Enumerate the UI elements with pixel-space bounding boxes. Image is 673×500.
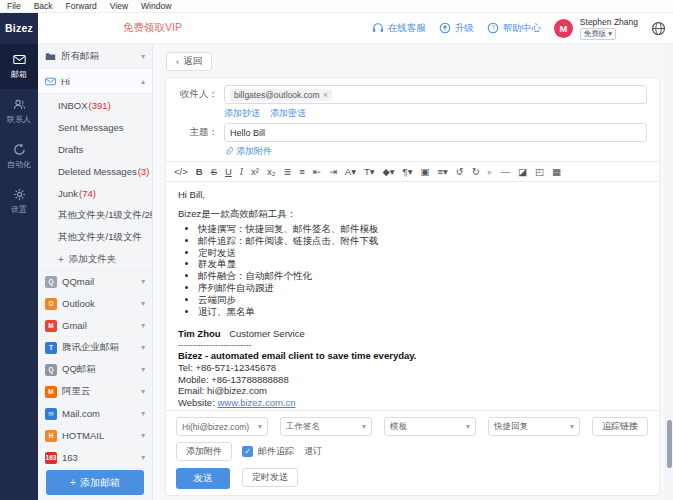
ordered-list-icon[interactable]: ≡ bbox=[299, 166, 305, 177]
italic-icon[interactable]: I bbox=[240, 167, 243, 177]
rail-item-settings[interactable]: 设置 bbox=[0, 179, 38, 224]
from-account-select[interactable]: Hi(hi@bizez.com) ▾ bbox=[176, 417, 268, 436]
chevron-down-icon[interactable]: ▾ bbox=[141, 453, 145, 462]
font-size-icon[interactable]: T▾ bbox=[364, 166, 375, 177]
account-item[interactable]: T 腾讯企业邮箱 ▾ bbox=[38, 337, 152, 359]
account-item[interactable]: ✉ Mail.com ▾ bbox=[38, 403, 152, 425]
chevron-down-icon[interactable]: ▾ bbox=[141, 387, 145, 396]
folder-item[interactable]: INBOX(391) bbox=[38, 94, 152, 116]
email-body-editor[interactable]: Hi Bill, Bizez是一款高效邮箱工具： 快捷撰写：快捷回复、邮件签名、… bbox=[166, 182, 659, 410]
account-hi[interactable]: Hi ▴ bbox=[38, 69, 152, 94]
chevron-up-icon[interactable]: ▴ bbox=[141, 77, 145, 86]
signature-select[interactable]: 工作签名 ▾ bbox=[280, 417, 372, 436]
remove-recipient-icon[interactable]: × bbox=[323, 90, 328, 100]
vertical-scrollbar[interactable] bbox=[665, 44, 673, 500]
subject-input[interactable] bbox=[224, 123, 647, 142]
add-attachment-button[interactable]: 添加附件 bbox=[176, 442, 232, 461]
add-folder-button[interactable]: + 添加文件夹 bbox=[38, 248, 152, 271]
unordered-list-icon[interactable]: ≣ bbox=[283, 166, 291, 177]
account-item[interactable]: Q QQmail ▾ bbox=[38, 271, 152, 293]
quick-reply-select[interactable]: 快捷回复 ▾ bbox=[488, 417, 580, 436]
template-select[interactable]: 模板 ▾ bbox=[384, 417, 476, 436]
fullscreen-icon[interactable]: ◰ bbox=[535, 166, 544, 177]
folder-item[interactable]: Drafts bbox=[38, 138, 152, 160]
chevron-down-icon[interactable]: ▾ bbox=[141, 321, 145, 330]
free-vip-link[interactable]: 免费领取VIP bbox=[123, 21, 182, 35]
chevron-down-icon[interactable]: ▾ bbox=[141, 343, 145, 352]
font-color-icon[interactable]: A▾ bbox=[345, 166, 356, 177]
account-item[interactable]: H HOTMAIL ▾ bbox=[38, 425, 152, 447]
add-mailbox-button[interactable]: + 添加邮箱 bbox=[46, 470, 144, 495]
underline-icon[interactable]: U bbox=[225, 166, 232, 177]
undo-icon[interactable]: ↺ bbox=[456, 166, 464, 177]
language-globe-button[interactable] bbox=[651, 21, 666, 36]
account-item[interactable]: M Gmail ▾ bbox=[38, 315, 152, 337]
chevron-down-icon: ▾ bbox=[570, 422, 574, 431]
avatar[interactable]: M bbox=[554, 19, 573, 38]
rail-item-automation[interactable]: 自动化 bbox=[0, 134, 38, 179]
indent-icon[interactable]: ⇥ bbox=[329, 166, 337, 177]
unsubscribe-option[interactable]: 退订 bbox=[304, 445, 322, 458]
menu-item[interactable]: View bbox=[110, 1, 128, 11]
recipient-chip[interactable]: billgates@outlook.com × bbox=[230, 89, 332, 101]
chevron-down-icon[interactable]: ▾ bbox=[141, 52, 145, 61]
folder-item[interactable]: 其他文件夹/1级文件/2级... bbox=[38, 204, 152, 226]
play-icon[interactable]: ▸ bbox=[488, 166, 493, 177]
rail-item-mail[interactable]: 邮箱 bbox=[0, 44, 38, 89]
signature-mobile: Mobile: +86-13788888888 bbox=[178, 374, 647, 386]
bold-icon[interactable]: B bbox=[196, 166, 203, 177]
add-attachment-link[interactable]: 添加附件 bbox=[224, 145, 272, 158]
superscript-icon[interactable]: x² bbox=[251, 166, 259, 177]
scrollbar-thumb[interactable] bbox=[667, 420, 672, 468]
account-item[interactable]: O Outlook ▾ bbox=[38, 293, 152, 315]
table-icon[interactable]: ▦ bbox=[552, 166, 561, 177]
account-item[interactable]: 163 163 ▾ bbox=[38, 447, 152, 469]
paragraph-icon[interactable]: ¶▾ bbox=[403, 166, 413, 177]
tencent-exmail-icon: T bbox=[45, 342, 57, 354]
chevron-down-icon[interactable]: ▾ bbox=[141, 299, 145, 308]
add-bcc-link[interactable]: 添加密送 bbox=[270, 107, 306, 120]
online-service-button[interactable]: 在线客服 bbox=[372, 22, 426, 35]
outdent-icon[interactable]: ⇤ bbox=[313, 166, 321, 177]
chevron-down-icon[interactable]: ▾ bbox=[141, 431, 145, 440]
plan-badge[interactable]: 免费版▾ bbox=[580, 28, 616, 40]
subscript-icon[interactable]: x₂ bbox=[267, 166, 275, 177]
menu-item[interactable]: File bbox=[7, 1, 21, 11]
insert-image-icon[interactable]: ▣ bbox=[420, 166, 429, 177]
user-block[interactable]: Stephen Zhang 免费版▾ bbox=[580, 17, 638, 40]
plan-label: 免费版 bbox=[584, 29, 607, 39]
track-link-button[interactable]: 追踪链接 bbox=[592, 417, 648, 436]
back-button[interactable]: ‹ 返回 bbox=[166, 52, 212, 71]
all-mailboxes-selector[interactable]: 所有邮箱 ▾ bbox=[38, 44, 152, 69]
email-tracking-checkbox[interactable]: ✓ bbox=[242, 446, 253, 457]
send-button[interactable]: 发送 bbox=[176, 468, 230, 489]
horizontal-rule-icon[interactable]: — bbox=[501, 166, 511, 177]
menu-item[interactable]: Forward bbox=[66, 1, 97, 11]
strikethrough-icon[interactable]: S bbox=[211, 166, 217, 177]
chevron-down-icon[interactable]: ▾ bbox=[141, 365, 145, 374]
chevron-down-icon[interactable]: ▾ bbox=[141, 277, 145, 286]
clear-format-icon[interactable]: ◪ bbox=[518, 166, 527, 177]
help-center-button[interactable]: ? 帮助中心 bbox=[487, 22, 541, 35]
folder-item[interactable]: Sent Messages bbox=[38, 116, 152, 138]
account-item[interactable]: Q QQ邮箱 ▾ bbox=[38, 359, 152, 381]
signature-website-link[interactable]: www.bizez.com.cn bbox=[217, 397, 295, 408]
folder-item[interactable]: Junk(74) bbox=[38, 182, 152, 204]
upgrade-button[interactable]: 升级 bbox=[439, 22, 474, 35]
folder-item[interactable]: 其他文件夹/1级文件 bbox=[38, 226, 152, 248]
menu-item[interactable]: Window bbox=[141, 1, 171, 11]
add-cc-link[interactable]: 添加抄送 bbox=[224, 107, 260, 120]
highlight-icon[interactable]: ◆▾ bbox=[383, 166, 395, 177]
app-logo[interactable]: Bizez bbox=[0, 13, 38, 44]
code-view-icon[interactable]: </> bbox=[174, 166, 188, 177]
align-icon[interactable]: ≡▾ bbox=[437, 166, 447, 177]
redo-icon[interactable]: ↻ bbox=[472, 166, 480, 177]
to-field[interactable]: billgates@outlook.com × bbox=[224, 85, 647, 104]
schedule-send-button[interactable]: 定时发送 bbox=[242, 468, 298, 487]
chevron-down-icon[interactable]: ▾ bbox=[141, 409, 145, 418]
menu-item[interactable]: Back bbox=[34, 1, 53, 11]
folder-item[interactable]: Deleted Messages(3) bbox=[38, 160, 152, 182]
rail-item-contacts[interactable]: 联系人 bbox=[0, 89, 38, 134]
account-label: 163 bbox=[62, 452, 78, 463]
account-item[interactable]: M 阿里云 ▾ bbox=[38, 381, 152, 403]
